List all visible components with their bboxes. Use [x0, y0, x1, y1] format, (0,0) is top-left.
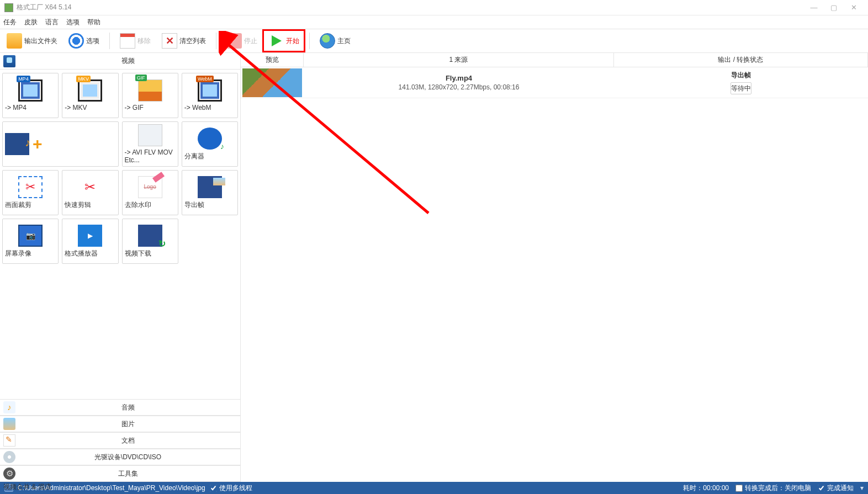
- menu-help[interactable]: 帮助: [87, 18, 100, 27]
- remove-button[interactable]: 移除: [117, 32, 154, 50]
- elapsed-label: 耗时：00:00:00: [683, 484, 729, 493]
- toolbar-separator: [216, 33, 216, 49]
- tool-video-download[interactable]: 视频下载: [122, 219, 178, 264]
- folder-icon: [7, 33, 22, 49]
- crop-icon: [18, 176, 43, 198]
- col-source[interactable]: 1 来源: [304, 53, 614, 67]
- menu-options[interactable]: 选项: [66, 18, 80, 27]
- menu-task[interactable]: 任务: [3, 18, 17, 27]
- screen-icon: [18, 225, 43, 247]
- app-window: 格式工厂 X64 5.14 — ▢ ✕ 任务 皮肤 语言 选项 帮助 输出文件夹…: [0, 0, 868, 494]
- file-name: Fly.mp4: [446, 74, 472, 82]
- output-mode: 导出帧: [731, 71, 751, 80]
- task-row[interactable]: Fly.mp4 141.03M, 1280x720, 2.27Mbps, 00:…: [241, 67, 868, 98]
- category-document-header[interactable]: 文档: [0, 432, 240, 449]
- tool-to-gif[interactable]: GIF -> GIF: [122, 73, 178, 118]
- status-box: 等待中: [731, 82, 751, 94]
- document-icon: [3, 434, 15, 447]
- category-audio-header[interactable]: 音频: [0, 399, 240, 416]
- tool-to-webm[interactable]: WebM -> WebM: [182, 73, 238, 118]
- shutdown-after-toggle[interactable]: 转换完成后：关闭电脑: [735, 484, 811, 493]
- options-button[interactable]: 选项: [65, 32, 103, 50]
- disc-icon: MKV: [78, 79, 102, 102]
- category-image-header[interactable]: 图片: [0, 416, 240, 432]
- source-cell: Fly.mp4 141.03M, 1280x720, 2.27Mbps, 00:…: [304, 67, 614, 98]
- film-icon: MP4: [18, 79, 43, 102]
- tool-crop[interactable]: 画面裁剪: [2, 170, 59, 215]
- output-folder-button[interactable]: 输出文件夹: [3, 32, 61, 50]
- remove-icon: [120, 33, 135, 49]
- video-icon: [3, 55, 15, 67]
- tool-export-frames[interactable]: 导出帧: [182, 170, 238, 215]
- frames-icon: [198, 176, 222, 198]
- menu-lang[interactable]: 语言: [45, 18, 59, 27]
- multithread-checkbox[interactable]: [210, 485, 217, 492]
- audio-icon: [3, 401, 15, 413]
- scissors-icon: [78, 176, 102, 198]
- tools-icon: [3, 468, 15, 480]
- video-tools-grid: MP4 -> MP4 MKV -> MKV GIF -> GIF WebM ->…: [0, 70, 240, 399]
- toolbar-separator: [109, 33, 110, 49]
- globe-icon: [320, 33, 335, 49]
- category-tools-header[interactable]: 工具集: [0, 465, 240, 482]
- status-text: 等待中: [731, 84, 751, 93]
- clear-list-button[interactable]: 清空列表: [158, 32, 209, 50]
- category-video-header[interactable]: 视频: [0, 53, 240, 70]
- statusbar-chevron-icon[interactable]: ▾: [860, 484, 864, 492]
- download-icon: [138, 225, 162, 247]
- start-button[interactable]: 开始: [265, 32, 303, 50]
- statusbar: C:\Users\Administrator\Desktop\Test_Maya…: [0, 482, 868, 494]
- task-list-panel: 预览 1 来源 输出 / 转换状态 Fly.mp4 141.03M, 1280x…: [241, 53, 868, 482]
- tool-to-mp4[interactable]: MP4 -> MP4: [2, 73, 59, 118]
- collapsed-categories: 音频 图片 文档 光驱设备\DVD\CD\ISO 工具集: [0, 399, 240, 482]
- menu-skin[interactable]: 皮肤: [24, 18, 38, 27]
- toolbar-separator: [309, 33, 310, 49]
- tool-format-player[interactable]: 格式播放器: [62, 219, 118, 264]
- notify-checkbox[interactable]: [818, 485, 825, 492]
- player-icon: [78, 225, 102, 247]
- tool-splitter[interactable]: 分离器: [182, 121, 238, 167]
- home-button[interactable]: 主页: [316, 32, 354, 50]
- notify-done-toggle[interactable]: 完成通知: [818, 484, 854, 493]
- multithread-toggle[interactable]: 使用多线程: [210, 484, 252, 493]
- col-preview[interactable]: 预览: [241, 53, 304, 67]
- film-icon: WebM: [198, 79, 222, 102]
- tool-merge-mux[interactable]: + 视频合并 & 混流: [2, 121, 119, 167]
- sidebar: 视频 MP4 -> MP4 MKV -> MKV GIF -> GIF WebM…: [0, 53, 241, 482]
- image-icon: [3, 418, 15, 430]
- output-cell: 导出帧 等待中: [614, 67, 868, 98]
- titlebar: 格式工厂 X64 5.14 — ▢ ✕: [0, 0, 868, 15]
- disc-icon: [3, 451, 15, 463]
- shutdown-checkbox[interactable]: [735, 485, 743, 492]
- splitter-icon: [198, 128, 222, 150]
- tool-quick-cut[interactable]: 快速剪辑: [62, 170, 118, 215]
- eraser-icon: [138, 176, 162, 198]
- close-button[interactable]: ✕: [844, 2, 864, 13]
- play-icon: [268, 33, 284, 49]
- video-thumbnail: [242, 68, 302, 97]
- merge-icon: [5, 133, 29, 155]
- main-body: 视频 MP4 -> MP4 MKV -> MKV GIF -> GIF WebM…: [0, 53, 868, 482]
- stop-icon: [226, 33, 242, 49]
- file-meta: 141.03M, 1280x720, 2.27Mbps, 00:08:16: [399, 83, 520, 91]
- tool-screen-record[interactable]: 屏幕录像: [2, 219, 59, 264]
- list-header: 预览 1 来源 输出 / 转换状态: [241, 53, 868, 67]
- toolbar: 输出文件夹 选项 移除 清空列表 停止 开始 主页: [0, 29, 868, 53]
- window-title: 格式工厂 X64 5.14: [17, 3, 71, 12]
- formats-icon: [138, 124, 162, 146]
- tool-remove-watermark[interactable]: 去除水印: [122, 170, 178, 215]
- app-icon: [4, 3, 13, 12]
- gear-icon: [68, 33, 84, 49]
- minimize-button[interactable]: —: [804, 2, 824, 13]
- stop-button[interactable]: 停止: [223, 32, 261, 50]
- picture-icon: GIF: [138, 79, 162, 102]
- menubar: 任务 皮肤 语言 选项 帮助: [0, 15, 868, 29]
- category-disc-header[interactable]: 光驱设备\DVD\CD\ISO: [0, 449, 240, 465]
- clear-icon: [162, 33, 177, 49]
- tool-to-avi-etc[interactable]: -> AVI FLV MOV Etc...: [122, 121, 178, 167]
- col-output[interactable]: 输出 / 转换状态: [614, 53, 868, 67]
- tool-to-mkv[interactable]: MKV -> MKV: [62, 73, 118, 118]
- thumbnail-cell: [241, 67, 304, 98]
- maximize-button[interactable]: ▢: [824, 2, 844, 13]
